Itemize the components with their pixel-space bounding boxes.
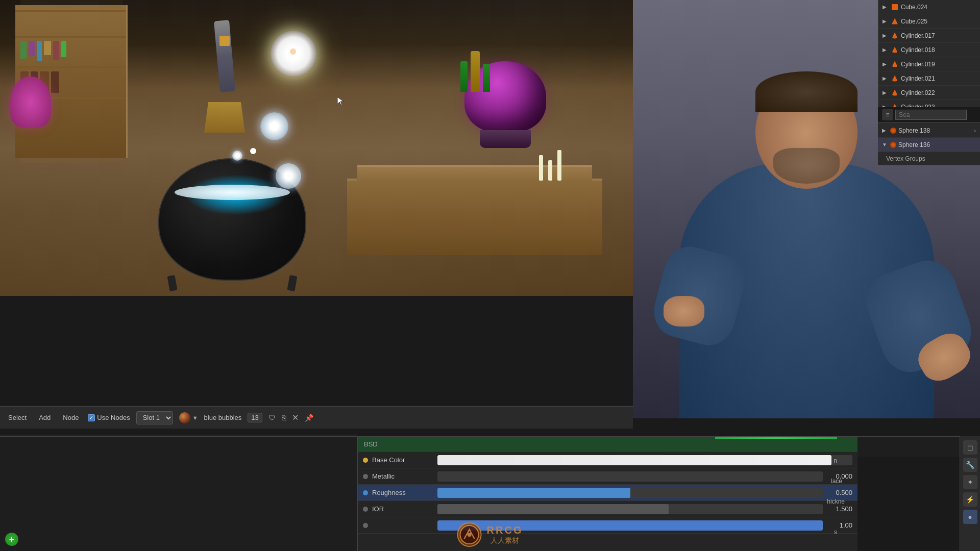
viewport[interactable] xyxy=(0,0,633,296)
outliner-label-cyl022: Cylinder.022 xyxy=(901,89,976,96)
base-color-bar[interactable] xyxy=(437,455,852,465)
outliner-item-cube025[interactable]: ▶ Cube.025 xyxy=(878,14,980,29)
cube-icon xyxy=(892,4,898,10)
ior-label: IOR xyxy=(372,505,433,513)
base-color-label: Base Color xyxy=(372,456,433,464)
sphere136-item[interactable]: ▼ Sphere.136 xyxy=(878,138,980,152)
green-bottles xyxy=(460,51,490,92)
vertex-groups-row[interactable]: Vertex Groups xyxy=(878,152,980,165)
badge-count: 13 xyxy=(251,414,258,421)
select-button[interactable]: Select xyxy=(5,413,30,422)
outliner-item-cyl021[interactable]: ▶ Cylinder.021 xyxy=(878,71,980,86)
telescope xyxy=(204,20,245,133)
metallic-bar[interactable] xyxy=(437,471,823,482)
roughness-label: Roughness xyxy=(372,489,433,496)
sphere138-label: Sphere.138 xyxy=(898,127,972,134)
use-nodes-label: Use Nodes xyxy=(97,414,130,421)
metallic-label: Metallic xyxy=(372,472,433,480)
outliner-item-cyl017[interactable]: ▶ Cylinder.017 xyxy=(878,29,980,43)
partial-label-lace: lace xyxy=(831,478,842,485)
roughness-value: 0.500 xyxy=(827,489,852,496)
orb-small2 xyxy=(276,163,301,189)
sidebar-modifier-icon[interactable]: 🔧 xyxy=(963,458,977,472)
sidebar-object-icon[interactable]: ◻ xyxy=(963,440,977,455)
base-color-row[interactable]: Base Color xyxy=(358,452,857,468)
outliner-search-input[interactable] xyxy=(895,110,967,120)
metallic-row[interactable]: Metallic 0.000 xyxy=(358,468,857,485)
outliner-item-cyl019[interactable]: ▶ Cylinder.019 xyxy=(878,57,980,71)
viewport-background xyxy=(0,0,633,296)
cylinder-icon4 xyxy=(892,76,898,82)
bsdf-header: BSD xyxy=(358,437,857,452)
partial-label-hickne: hickne xyxy=(827,498,845,505)
watermark-text: RRCG 人人素材 xyxy=(487,524,523,545)
ior-dot xyxy=(363,507,368,512)
outliner-controls: ≡ xyxy=(882,109,967,120)
pin-icon[interactable]: 📌 xyxy=(305,414,313,422)
orb-large xyxy=(271,31,316,77)
roughness-row[interactable]: Roughness 0.500 xyxy=(358,485,857,501)
chevron-right-icon: ▶ xyxy=(883,33,889,38)
use-nodes-toggle[interactable]: ✓ Use Nodes xyxy=(88,414,130,421)
base-color-dot xyxy=(363,458,368,463)
material-name-label[interactable]: blue bubbles xyxy=(204,414,242,421)
slot-dropdown[interactable]: Slot 1 xyxy=(136,411,173,424)
partial-label-n: n xyxy=(834,457,837,464)
sphere136-label: Sphere.136 xyxy=(898,141,976,148)
base-color-fill xyxy=(437,455,831,465)
outliner-item-cube024[interactable]: ▶ Cube.024 xyxy=(878,0,980,14)
outliner-label-cyl019: Cylinder.019 xyxy=(901,61,976,68)
arrow-right-icon: › xyxy=(974,128,976,134)
watermark-logo xyxy=(457,522,482,547)
sidebar-physics-icon[interactable]: ⚡ xyxy=(963,492,977,507)
sphere136-icon xyxy=(890,142,896,148)
ior-bar[interactable] xyxy=(437,504,823,514)
sidebar-particles-icon[interactable]: ✦ xyxy=(963,475,977,489)
outliner-label-cube025: Cube.025 xyxy=(901,18,976,25)
outliner-label-cube024: Cube.024 xyxy=(901,4,976,11)
chevron-right-icon: ▶ xyxy=(883,18,889,24)
vertex-groups-label: Vertex Groups xyxy=(886,155,925,162)
cube-icon2 xyxy=(892,18,898,24)
shield-icon: 🛡 xyxy=(268,414,276,422)
roughness-dot xyxy=(363,490,368,495)
partial-label-s: s xyxy=(834,529,837,536)
add-object-button[interactable]: + xyxy=(5,533,18,546)
metallic-dot xyxy=(363,474,368,479)
outliner-label-cyl021: Cylinder.021 xyxy=(901,75,976,82)
cauldron xyxy=(143,138,322,281)
ior-fill xyxy=(437,504,669,514)
sphere138-item[interactable]: ▶ Sphere.138 › xyxy=(878,123,980,138)
watermark-rrcg: RRCG xyxy=(487,524,523,536)
table xyxy=(347,179,602,255)
green-accent-bar xyxy=(715,437,837,439)
sidebar-material-icon[interactable]: ● xyxy=(963,510,977,524)
add-button[interactable]: Add xyxy=(36,413,54,422)
bottom-left-panel xyxy=(0,457,357,551)
chevron-right-icon: ▶ xyxy=(883,76,889,81)
roughness-bar[interactable] xyxy=(437,488,823,498)
orb-small3 xyxy=(250,148,256,154)
properties-sidebar: ◻ 🔧 ✦ ⚡ ● xyxy=(960,436,980,551)
chevron-right-icon: ▶ xyxy=(882,128,888,133)
sphere-preview-icon: ▼ xyxy=(179,412,198,423)
last-prop-row[interactable]: 1.00 xyxy=(358,517,857,534)
use-nodes-checkbox[interactable]: ✓ xyxy=(88,414,95,421)
material-count-badge: 13 xyxy=(248,413,262,422)
chevron-right-icon: ▶ xyxy=(883,4,889,10)
ior-value: 1.500 xyxy=(827,505,852,513)
outliner-item-cyl018[interactable]: ▶ Cylinder.018 xyxy=(878,43,980,57)
close-icon[interactable]: ✕ xyxy=(292,413,299,422)
svg-point-1 xyxy=(468,533,472,537)
sphere-section: ▶ Sphere.138 › ▼ Sphere.136 Vertex Group… xyxy=(878,123,980,165)
material-toolbar: Select Add Node ✓ Use Nodes Slot 1 ▼ blu… xyxy=(0,406,633,429)
outliner-label-cyl017: Cylinder.017 xyxy=(901,32,976,39)
outliner-item-cyl022[interactable]: ▶ Cylinder.022 xyxy=(878,86,980,100)
outliner-view-icon[interactable]: ≡ xyxy=(882,109,893,120)
copy-icon[interactable]: ⎘ xyxy=(282,414,286,422)
ior-row[interactable]: IOR 1.500 xyxy=(358,501,857,517)
node-button[interactable]: Node xyxy=(60,413,82,422)
watermark: RRCG 人人素材 xyxy=(457,522,523,547)
sphere-icon xyxy=(890,128,896,134)
roughness-fill xyxy=(437,488,630,498)
